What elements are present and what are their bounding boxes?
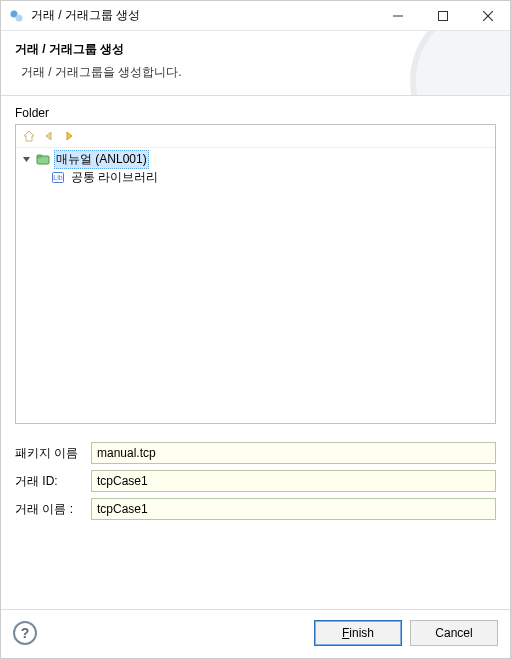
minimize-button[interactable] <box>375 1 420 30</box>
banner: 거래 / 거래그룹 생성 거래 / 거래그룹을 생성합니다. <box>1 31 510 96</box>
cancel-button[interactable]: Cancel <box>410 620 498 646</box>
svg-rect-3 <box>438 11 447 20</box>
tree-node-child-label: 공통 라이브러리 <box>69 169 160 186</box>
banner-decoration <box>410 31 510 96</box>
maximize-button[interactable] <box>420 1 465 30</box>
tree-node-root-label: 매뉴얼 (ANL001) <box>54 150 149 169</box>
package-name-label: 패키지 이름 <box>15 445 91 462</box>
home-icon[interactable] <box>21 128 37 144</box>
back-arrow-icon[interactable] <box>41 128 57 144</box>
folder-label: Folder <box>15 106 496 120</box>
finish-button[interactable]: Finish <box>314 620 402 646</box>
expander-icon[interactable] <box>20 153 32 165</box>
transaction-id-label: 거래 ID: <box>15 473 91 490</box>
tree-node-root[interactable]: 매뉴얼 (ANL001) <box>16 150 495 168</box>
transaction-id-input[interactable] <box>91 470 496 492</box>
folder-tree-panel: 매뉴얼 (ANL001) Lib 공통 라이브러리 <box>15 124 496 424</box>
footer: ? Finish Cancel <box>1 609 510 658</box>
forward-arrow-icon[interactable] <box>61 128 77 144</box>
project-icon <box>35 151 51 167</box>
tree-toolbar <box>16 125 495 148</box>
close-button[interactable] <box>465 1 510 30</box>
tree-node-child[interactable]: Lib 공통 라이브러리 <box>16 168 495 186</box>
finish-rest: inish <box>349 626 374 640</box>
window-title: 거래 / 거래그룹 생성 <box>31 7 375 24</box>
form-area: 패키지 이름 거래 ID: 거래 이름 : <box>15 442 496 526</box>
package-name-input[interactable] <box>91 442 496 464</box>
transaction-name-row: 거래 이름 : <box>15 498 496 520</box>
svg-point-1 <box>16 14 23 21</box>
svg-rect-7 <box>37 155 42 157</box>
app-icon <box>9 8 25 24</box>
folder-tree[interactable]: 매뉴얼 (ANL001) Lib 공통 라이브러리 <box>16 148 495 423</box>
titlebar: 거래 / 거래그룹 생성 <box>1 1 510 31</box>
transaction-name-input[interactable] <box>91 498 496 520</box>
svg-text:Lib: Lib <box>53 174 62 181</box>
package-name-row: 패키지 이름 <box>15 442 496 464</box>
content-area: Folder 매뉴얼 (ANL001) <box>1 96 510 609</box>
help-button[interactable]: ? <box>13 621 37 645</box>
transaction-name-label: 거래 이름 : <box>15 501 91 518</box>
transaction-id-row: 거래 ID: <box>15 470 496 492</box>
library-icon: Lib <box>50 169 66 185</box>
